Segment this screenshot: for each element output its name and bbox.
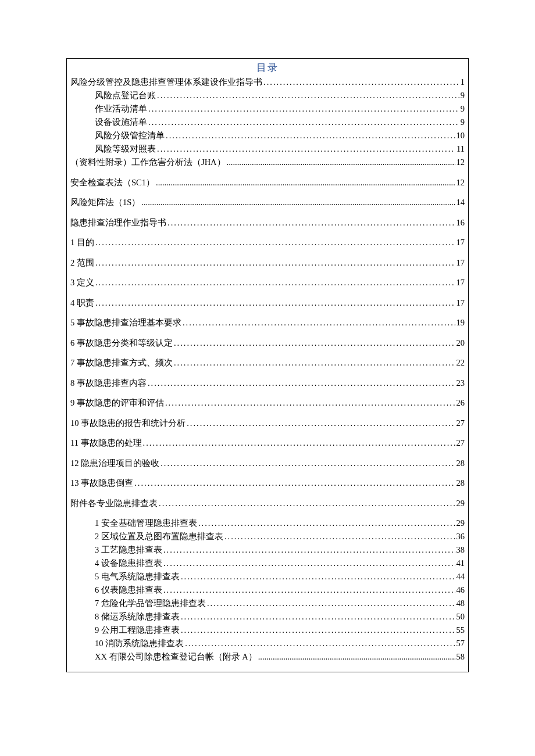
toc-entry: 风险分级管控清单10 — [95, 131, 465, 140]
toc-leader-dots — [181, 612, 455, 621]
toc-entry-page: 9 — [459, 105, 465, 113]
toc-entry: 12 隐患治理项目的验收28 — [70, 459, 465, 468]
document-page: 目录 风险分级管控及隐患排查管理体系建设作业指导书1风险点登记台账9作业活动清单… — [0, 0, 535, 756]
toc-leader-dots — [156, 178, 455, 187]
toc-entry: 安全检查表法（SC1）12 — [70, 178, 465, 187]
toc-entry-label: 5 事故隐患排查治理基本要求 — [70, 318, 183, 327]
toc-leader-dots — [157, 91, 459, 100]
toc-entry-page: 50 — [455, 612, 465, 621]
toc-entry: 10 消防系统隐患排查表57 — [95, 639, 465, 648]
toc-entry-page: 17 — [455, 299, 465, 307]
toc-entry-page: 1 — [459, 78, 465, 87]
toc-leader-dots — [207, 599, 455, 608]
toc-leader-dots — [187, 419, 455, 428]
toc-leader-dots — [143, 439, 455, 447]
toc-entry-page: 57 — [455, 639, 465, 648]
toc-entry-label: 2 区域位置及总图布置隐患排查表 — [95, 532, 224, 541]
toc-entry-page: 28 — [455, 479, 465, 488]
toc-leader-dots — [181, 572, 455, 581]
toc-entry: 8 储运系统除患排查表50 — [95, 612, 465, 621]
toc-entry-page: 38 — [455, 546, 465, 554]
toc-entry-page: 26 — [455, 399, 465, 407]
toc-entry-page: 12 — [455, 158, 465, 167]
toc-entry-label: 9 事故隐患的评审和评估 — [70, 399, 165, 407]
toc-entry-page: 27 — [455, 439, 465, 447]
toc-leader-dots — [163, 586, 455, 594]
toc-entry-label: 附件各专业隐患排查表 — [70, 499, 159, 508]
toc-entry-label: 13 事故隐患倒查 — [70, 479, 134, 488]
toc-leader-dots — [134, 479, 455, 488]
toc-leader-dots — [185, 639, 455, 648]
toc-leader-dots — [163, 559, 455, 568]
toc-entry-page: 29 — [455, 499, 465, 508]
toc-entry-page: 9 — [459, 118, 465, 127]
toc-leader-dots — [95, 238, 455, 247]
toc-leader-dots — [181, 626, 455, 635]
toc-entry-label: 9 公用工程隐患排查表 — [95, 626, 181, 635]
toc-entry-label: 风险点登记台账 — [95, 91, 157, 100]
toc-entry-page: 10 — [455, 131, 465, 140]
toc-section-b: （资料性附录）工作危害分析法（JHA）12安全检查表法（SC1）12风险矩阵法（… — [70, 158, 465, 507]
toc-entry-page: 12 — [455, 178, 465, 187]
toc-entry: 1 安全基础管理隐患排查表29 — [95, 519, 465, 528]
toc-entry-page: 44 — [455, 572, 465, 581]
toc-entry: （资料性附录）工作危害分析法（JHA）12 — [70, 158, 465, 167]
toc-leader-dots — [258, 653, 455, 661]
toc-entry: 9 公用工程隐患排查表55 — [95, 626, 465, 635]
toc-leader-dots — [141, 198, 455, 207]
toc-entry: 5 事故隐患排查治理基本要求19 — [70, 318, 465, 327]
toc-entry: 7 事故隐患排查方式、频次22 — [70, 359, 465, 367]
toc-entry-label: 8 事故隐患排查内容 — [70, 379, 148, 388]
toc-leader-dots — [163, 546, 455, 554]
toc-entry: 4 设备隐患排查表41 — [95, 559, 465, 568]
toc-entry-label: 4 职责 — [70, 299, 95, 307]
toc-entry: 7 危险化学品管理隐患排查表48 — [95, 599, 465, 608]
toc-entry: 6 事故隐患分类和等级认定20 — [70, 339, 465, 347]
toc-entry: 3 定义17 — [70, 278, 465, 287]
toc-frame: 目录 风险分级管控及隐患排查管理体系建设作业指导书1风险点登记台账9作业活动清单… — [66, 58, 469, 672]
toc-leader-dots — [160, 459, 455, 468]
toc-leader-dots — [174, 339, 455, 347]
toc-entry-page: 48 — [455, 599, 465, 608]
toc-leader-dots — [148, 379, 455, 388]
toc-entry: 2 范围17 — [70, 259, 465, 267]
toc-leader-dots — [95, 299, 455, 307]
toc-entry-label: 1 安全基础管理隐患排查表 — [95, 519, 198, 528]
toc-entry-page: 17 — [455, 238, 465, 247]
toc-entry: 13 事故隐患倒查28 — [70, 479, 465, 488]
toc-entry: 设备设施清单9 — [95, 118, 465, 127]
toc-entry: 5 电气系统隐患排查表44 — [95, 572, 465, 581]
toc-entry-page: 28 — [455, 459, 465, 468]
toc-entry-label: 6 事故隐患分类和等级认定 — [70, 339, 174, 347]
toc-leader-dots — [224, 532, 455, 541]
toc-leader-dots — [159, 499, 455, 508]
toc-entry-label: 12 隐患治理项目的验收 — [70, 459, 160, 468]
toc-entry-label: 11 事故隐患的处理 — [70, 439, 143, 447]
toc-entry-label: 安全检查表法（SC1） — [70, 178, 156, 187]
toc-leader-dots — [95, 278, 455, 287]
toc-leader-dots — [148, 118, 459, 127]
toc-title: 目录 — [70, 61, 465, 74]
toc-entry-page: 17 — [455, 278, 465, 287]
toc-entry-label: 1 目的 — [70, 238, 95, 247]
toc-entry: 2 区域位置及总图布置隐患排查表36 — [95, 532, 465, 541]
toc-entry-page: 29 — [455, 519, 465, 528]
toc-entry-page: 46 — [455, 586, 465, 594]
toc-leader-dots — [227, 158, 455, 167]
toc-entry: 风险等级对照表11 — [95, 145, 465, 153]
toc-entry-label: 风险等级对照表 — [95, 145, 157, 153]
toc-entry-page: 16 — [455, 218, 465, 227]
toc-leader-dots — [148, 105, 459, 113]
toc-leader-dots — [167, 218, 455, 227]
toc-entry-label: 7 危险化学品管理隐患排查表 — [95, 599, 207, 608]
toc-entry: 附件各专业隐患排查表29 — [70, 499, 465, 508]
toc-leader-dots — [183, 318, 455, 327]
toc-leader-dots — [165, 399, 455, 407]
toc-entry-page: 27 — [455, 419, 465, 428]
toc-entry: 3 工艺隐患排查表38 — [95, 546, 465, 554]
toc-section-c: 1 安全基础管理隐患排查表292 区域位置及总图布置隐患排查表363 工艺隐患排… — [70, 519, 465, 661]
toc-entry: 风险点登记台账9 — [95, 91, 465, 100]
toc-entry-page: 11 — [455, 145, 465, 153]
toc-entry-page: 22 — [455, 359, 465, 367]
toc-entry-label: 7 事故隐患排查方式、频次 — [70, 359, 174, 367]
